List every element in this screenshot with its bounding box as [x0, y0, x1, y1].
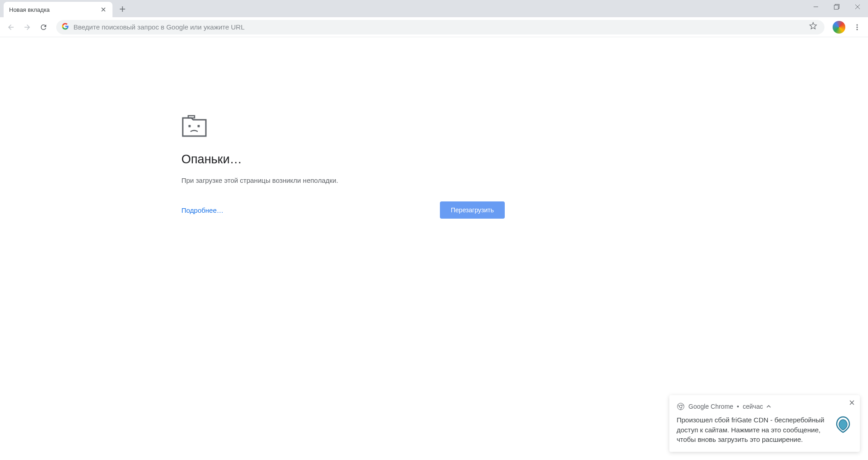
- chrome-menu-button[interactable]: [850, 20, 864, 34]
- maximize-button[interactable]: [826, 0, 847, 14]
- svg-rect-5: [188, 116, 195, 118]
- minimize-button[interactable]: [805, 0, 826, 14]
- address-input[interactable]: [73, 23, 803, 31]
- window-controls: [805, 0, 868, 17]
- notification-text: Произошел сбой friGate CDN - бесперебойн…: [677, 415, 826, 445]
- chevron-up-icon[interactable]: [766, 404, 771, 409]
- svg-point-2: [857, 24, 858, 25]
- forward-button[interactable]: [20, 20, 34, 34]
- tab-title: Новая вкладка: [9, 6, 96, 13]
- toolbar: [0, 17, 868, 37]
- reload-nav-button[interactable]: [36, 20, 51, 34]
- error-page-content: Опаньки… При загрузке этой страницы возн…: [0, 37, 506, 219]
- active-tab[interactable]: Новая вкладка: [4, 2, 112, 17]
- tab-bar: Новая вкладка: [0, 0, 868, 17]
- svg-rect-1: [834, 5, 839, 10]
- notification-body: Произошел сбой friGate CDN - бесперебойн…: [677, 415, 853, 445]
- notification-close-icon[interactable]: [849, 400, 854, 406]
- error-message: При загрузке этой страницы возникли непо…: [181, 176, 506, 184]
- new-tab-button[interactable]: [116, 3, 129, 15]
- chrome-icon: [677, 402, 685, 411]
- back-button[interactable]: [4, 20, 18, 34]
- close-tab-icon[interactable]: [100, 6, 107, 13]
- profile-avatar[interactable]: [833, 21, 845, 34]
- sad-folder-icon: [181, 114, 506, 139]
- omnibox[interactable]: [56, 20, 824, 34]
- svg-point-4: [857, 29, 858, 30]
- error-actions: Подробнее… Перезагрузить: [181, 201, 505, 219]
- notification-app-name: Google Chrome: [688, 403, 733, 410]
- notification-separator: •: [737, 403, 739, 410]
- extension-crash-notification[interactable]: Google Chrome • сейчас Произошел сбой fr…: [669, 395, 860, 452]
- bookmark-star-icon[interactable]: [807, 22, 819, 32]
- learn-more-link[interactable]: Подробнее…: [181, 206, 224, 214]
- reload-button[interactable]: Перезагрузить: [440, 201, 505, 219]
- google-g-icon: [62, 23, 69, 32]
- frigate-extension-icon: [834, 415, 853, 434]
- notification-time: сейчас: [743, 403, 763, 410]
- notification-header: Google Chrome • сейчас: [677, 402, 853, 411]
- close-window-button[interactable]: [847, 0, 868, 14]
- svg-point-3: [857, 26, 858, 28]
- error-title: Опаньки…: [181, 152, 506, 166]
